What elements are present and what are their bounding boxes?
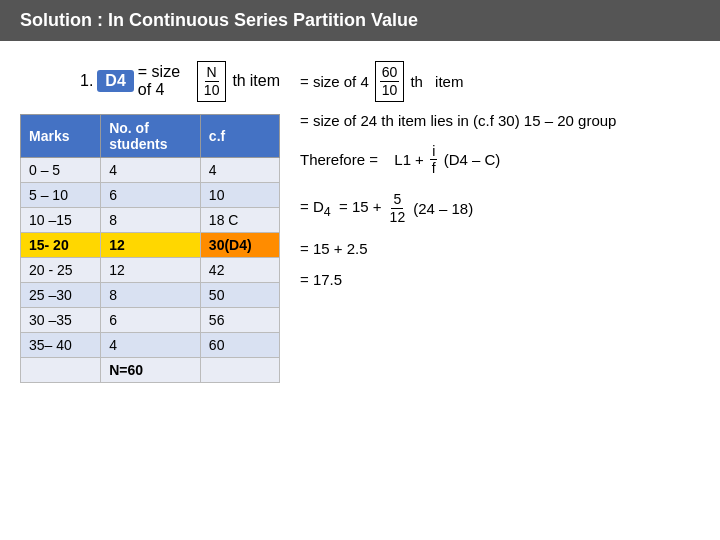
therefore-label: Therefore = [300, 151, 378, 168]
frac-10: 10 [380, 82, 400, 99]
table-cell: 4 [101, 157, 201, 182]
table-cell: 15- 20 [21, 232, 101, 257]
d4-badge: D4 [97, 70, 133, 92]
table-cell: 20 - 25 [21, 257, 101, 282]
table-cell: 18 C [200, 207, 279, 232]
table-cell: 12 [101, 257, 201, 282]
table-row: 30 –35656 [21, 307, 280, 332]
col-students: No. ofstudents [101, 114, 201, 157]
main-content: 1. D4 = size of 4 N 10 th item Marks No.… [0, 51, 720, 393]
table-cell [200, 357, 279, 382]
line3: = size of 24 th item lies in (c.f 30) 15… [300, 112, 700, 129]
line1-text: = size of 4 [138, 63, 191, 99]
l1-label: L1 [394, 151, 411, 168]
line1-suffix: th [232, 72, 245, 90]
step2-line: = 15 + 2.5 [300, 240, 700, 257]
step1-line: = D4 = 15 + 5 12 (24 – 18) [300, 191, 700, 226]
line1: 1. D4 = size of 4 N 10 th item [20, 61, 280, 102]
line3-text: = size of 24 th item lies in (c.f 30) 15… [300, 112, 616, 129]
60-over-10-frac: 60 10 [375, 61, 405, 102]
formula-plus: + [415, 151, 424, 168]
table-cell: 30 –35 [21, 307, 101, 332]
i-label: i [430, 143, 437, 161]
table-cell: 4 [200, 157, 279, 182]
header-title: Solution : In Continuous Series Partitio… [20, 10, 418, 30]
table-cell: 6 [101, 307, 201, 332]
data-table: Marks No. ofstudents c.f 0 – 5445 – 1061… [20, 114, 280, 383]
table-row: 15- 201230(D4) [21, 232, 280, 257]
step3-text: = 17.5 [300, 271, 342, 288]
frac-60: 60 [380, 64, 400, 82]
table-row: 25 –30850 [21, 282, 280, 307]
line2: = size of 4 60 10 th item [300, 61, 700, 102]
table-row: 0 – 544 [21, 157, 280, 182]
table-cell [21, 357, 101, 382]
step2-text: = 15 + 2.5 [300, 240, 368, 257]
den-12: 12 [388, 209, 408, 226]
step3-line: = 17.5 [300, 271, 700, 288]
num-5: 5 [391, 191, 403, 209]
table-cell: 60 [200, 332, 279, 357]
step1-eq: = D4 = 15 + [300, 198, 382, 219]
n-over-10-frac: N 10 [197, 61, 227, 102]
table-row: N=60 [21, 357, 280, 382]
step1-rest: (24 – 18) [413, 200, 473, 217]
therefore-line: Therefore = L1 + i f (D4 – C) [300, 143, 700, 178]
table-row: 35– 40460 [21, 332, 280, 357]
line1-prefix: 1. [80, 72, 93, 90]
table-row: 20 - 251242 [21, 257, 280, 282]
table-row: 5 – 10610 [21, 182, 280, 207]
table-cell: 30(D4) [200, 232, 279, 257]
line2-text: = size of 4 [300, 73, 369, 90]
table-cell: 35– 40 [21, 332, 101, 357]
line2-item: item [435, 73, 463, 90]
table-cell: N=60 [101, 357, 201, 382]
table-cell: 5 – 10 [21, 182, 101, 207]
table-cell: 10 [200, 182, 279, 207]
table-cell: 42 [200, 257, 279, 282]
5-over-12-frac: 5 12 [388, 191, 408, 226]
table-cell: 4 [101, 332, 201, 357]
table-cell: 8 [101, 282, 201, 307]
table-row: 10 –15818 C [21, 207, 280, 232]
table-cell: 56 [200, 307, 279, 332]
line1-item: item [250, 72, 280, 90]
right-section: = size of 4 60 10 th item = size of 24 t… [300, 61, 700, 383]
i-over-f-frac: i f [430, 143, 438, 178]
table-cell: 6 [101, 182, 201, 207]
line2-suffix: th [410, 73, 423, 90]
table-cell: 12 [101, 232, 201, 257]
col-cf: c.f [200, 114, 279, 157]
page-header: Solution : In Continuous Series Partitio… [0, 0, 720, 41]
table-cell: 10 –15 [21, 207, 101, 232]
col-marks: Marks [21, 114, 101, 157]
table-cell: 50 [200, 282, 279, 307]
f-label: f [430, 160, 438, 177]
table-cell: 8 [101, 207, 201, 232]
d4-c-label: (D4 – C) [444, 151, 501, 168]
table-cell: 25 –30 [21, 282, 101, 307]
frac-numerator: N [205, 64, 219, 82]
left-section: 1. D4 = size of 4 N 10 th item Marks No.… [20, 61, 280, 383]
frac-denominator: 10 [202, 82, 222, 99]
table-cell: 0 – 5 [21, 157, 101, 182]
